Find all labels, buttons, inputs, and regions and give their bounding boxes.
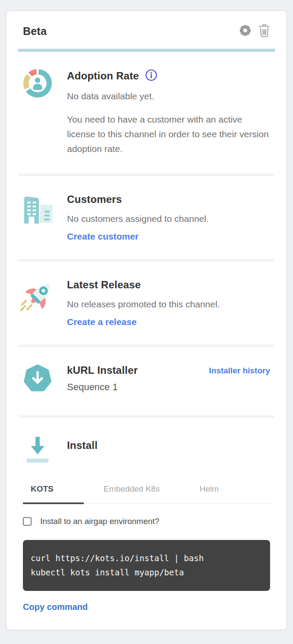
adoption-rate-title: Adoption Rate: [67, 70, 139, 82]
airgap-label: Install to an airgap environment?: [40, 517, 159, 526]
adoption-rate-empty-title: No data available yet.: [67, 89, 270, 104]
install-download-icon: [23, 435, 52, 467]
settings-button[interactable]: [239, 24, 252, 38]
adoption-rate-section: Adoption Rate No data available yet. You…: [23, 52, 270, 174]
install-command-block: curl https://kots.io/install | bashkubec…: [23, 540, 270, 591]
header-actions: [239, 24, 270, 38]
command-line: curl https://kots.io/install | bash: [31, 551, 262, 565]
create-release-link[interactable]: Create a release: [67, 317, 137, 327]
tab-helm[interactable]: Helm: [180, 482, 239, 503]
channel-card: Beta: [6, 10, 287, 630]
tab-embedded-k8s[interactable]: Embedded K8s: [84, 482, 180, 503]
adoption-rate-empty-message: You need to have a customer with an acti…: [67, 112, 270, 156]
customers-empty-message: No customers assigned to channel.: [67, 212, 270, 226]
airgap-option[interactable]: Install to an airgap environment?: [23, 517, 270, 526]
tab-kots[interactable]: KOTS: [23, 482, 84, 503]
latest-release-section: Latest Release No releases promoted to t…: [23, 262, 270, 344]
airgap-checkbox[interactable]: [23, 517, 32, 526]
kurl-installer-section: kURL Installer Installer history Sequenc…: [23, 347, 270, 415]
create-customer-link[interactable]: Create customer: [67, 231, 139, 242]
customers-title: Customers: [67, 193, 270, 205]
channel-accent-bar: [18, 49, 275, 52]
install-section-header: Install: [23, 418, 270, 467]
installer-sequence: Sequence 1: [67, 382, 270, 393]
latest-release-empty-message: No releases promoted to this channel.: [67, 297, 270, 312]
customers-body: Customers No customers assigned to chann…: [67, 193, 270, 242]
command-line: kubectl kots install myapp/beta: [31, 565, 262, 580]
kurl-installer-body: kURL Installer Installer history Sequenc…: [67, 364, 270, 393]
rocket-icon: [23, 279, 52, 327]
gear-icon: [239, 24, 252, 38]
card-header: Beta: [23, 24, 270, 38]
adoption-rate-body: Adoption Rate No data available yet. You…: [67, 69, 270, 156]
kurl-installer-icon: [23, 364, 52, 393]
kurl-installer-title: kURL Installer: [67, 364, 138, 376]
install-tabs: KOTS Embedded K8s Helm: [23, 482, 270, 504]
customers-icon: [23, 193, 52, 242]
info-icon[interactable]: [145, 69, 157, 83]
copy-command-link[interactable]: Copy command: [23, 602, 88, 612]
channel-title: Beta: [23, 25, 47, 38]
latest-release-title: Latest Release: [67, 279, 270, 291]
install-body: Install: [67, 435, 270, 467]
latest-release-body: Latest Release No releases promoted to t…: [67, 279, 270, 327]
customers-section: Customers No customers assigned to chann…: [23, 176, 270, 259]
adoption-rate-icon: [23, 69, 52, 156]
install-title: Install: [67, 439, 270, 451]
trash-icon: [258, 24, 270, 38]
installer-history-link[interactable]: Installer history: [209, 366, 271, 376]
delete-button[interactable]: [258, 24, 270, 38]
